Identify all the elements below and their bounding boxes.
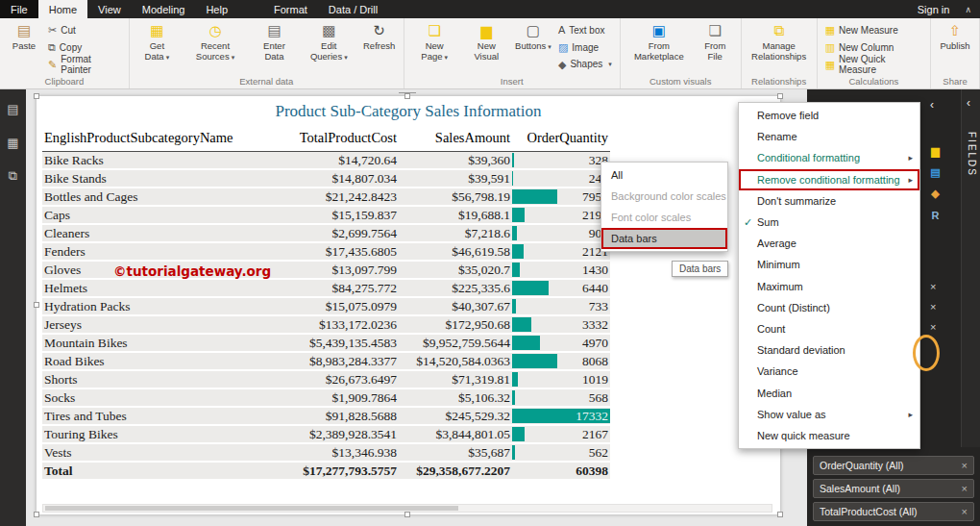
format-painter-button[interactable]: ✎Format Painter [45, 57, 124, 71]
table-row: Shorts$26,673.6497$71,319.811019 [42, 370, 610, 388]
menu-item-background-color-scales[interactable]: Background color scales [601, 186, 727, 207]
remove-field-icon[interactable]: × [930, 321, 936, 333]
tab-home[interactable]: Home [38, 0, 87, 18]
cut-icon: ✂ [48, 24, 57, 36]
get-data-button[interactable]: ▦Get Data▾ [135, 19, 180, 75]
from-file-button[interactable]: ❏From File [695, 19, 736, 75]
cut-button[interactable]: ✂Cut [45, 23, 124, 38]
viz-table-icon[interactable]: ▤ [928, 165, 943, 180]
menu-item-average[interactable]: Average [739, 233, 919, 254]
remove-filter-icon[interactable]: × [962, 506, 968, 517]
button-label: From Marketplace [628, 41, 690, 62]
edit-queries-button[interactable]: ▩Edit Queries▾ [300, 19, 358, 75]
from-marketplace-button[interactable]: ▣From Marketplace [625, 19, 693, 75]
format-painter-icon: ✎ [48, 59, 57, 70]
selection-handle[interactable] [777, 512, 783, 517]
publish-button[interactable]: ⇧Publish [936, 19, 974, 75]
cell-sales-amount: $5,106.32 [399, 388, 512, 407]
remove-filter-icon[interactable]: × [962, 460, 968, 471]
menu-item-count-distinct[interactable]: Count (Distinct) [739, 297, 919, 318]
collapse-pane-icon[interactable]: ‹ [930, 98, 934, 112]
tab-data-drill[interactable]: Data / Drill [318, 0, 388, 18]
cell-sales-amount: $3,844,801.05 [399, 425, 512, 443]
powerbi-desktop-window: FileHomeViewModelingHelpFormatData / Dri… [0, 0, 980, 526]
selection-handle[interactable] [34, 93, 39, 99]
model-view-button[interactable]: ⧉ [5, 167, 22, 185]
paste-icon: ▤ [17, 22, 31, 39]
filter-pill-totalproductcost-all[interactable]: TotalProductCost (All)× [813, 502, 974, 521]
buttons-button[interactable]: ▢Buttons▾ [513, 19, 553, 75]
filter-pill-orderquantity-all[interactable]: OrderQuantity (All)× [813, 456, 974, 475]
menu-item-remove-conditional-formatting[interactable]: Remove conditional formatting▸ [739, 169, 919, 190]
field-context-menu: Remove fieldRenameConditional formatting… [738, 102, 920, 449]
menu-item-rename[interactable]: Rename [739, 126, 919, 147]
menu-item-all[interactable]: All [601, 164, 727, 186]
menu-item-data-bars[interactable]: Data bars [601, 228, 727, 249]
button-label: New Measure [839, 25, 898, 36]
menu-item-variance[interactable]: Variance [739, 361, 919, 382]
viz-chart-icon[interactable]: ▆ [928, 144, 943, 159]
selection-handle[interactable] [777, 93, 783, 99]
menu-item-minimum[interactable]: Minimum [739, 254, 919, 275]
text-box-button[interactable]: AText box [555, 23, 615, 38]
data-view-button[interactable]: ▦ [5, 134, 22, 151]
new-column-button[interactable]: ▥New Column [822, 40, 925, 55]
manage-relationships-button[interactable]: ⧉Manage Relationships [747, 19, 812, 75]
tab-modeling[interactable]: Modeling [132, 0, 196, 18]
image-button[interactable]: ▨Image [555, 40, 615, 55]
menu-item-don-t-summarize[interactable]: Don't summarize [739, 190, 919, 212]
cell-order-quantity: 2167 [512, 425, 610, 443]
table-visual[interactable]: EnglishProductSubcategoryNameTotalProduc… [42, 128, 610, 481]
column-header-totalproductcost[interactable]: TotalProductCost [276, 128, 399, 152]
enter-data-icon: ▤ [267, 22, 281, 39]
report-view-button[interactable]: ▤ [5, 100, 22, 117]
cell-total-product-cost: $91,828.5688 [276, 407, 399, 425]
fields-pane-header[interactable]: ‹ FIELDS [961, 89, 980, 447]
column-header-orderquantity[interactable]: OrderQuantity [512, 128, 610, 152]
menu-item-count[interactable]: Count [739, 318, 919, 339]
new-measure-button[interactable]: ▦New Measure [822, 23, 925, 38]
column-header-salesamount[interactable]: SalesAmount [399, 128, 512, 152]
paste-button[interactable]: ▤Paste [5, 19, 43, 75]
selection-handle[interactable] [404, 93, 410, 99]
tab-file[interactable]: File [0, 0, 38, 18]
menu-item-sum[interactable]: ✓Sum [739, 212, 919, 233]
menu-item-remove-field[interactable]: Remove field [739, 105, 919, 126]
selection-handle[interactable] [34, 302, 39, 308]
menu-item-show-value-as[interactable]: Show value as▸ [739, 404, 919, 425]
scrollbar-thumb[interactable] [45, 506, 458, 511]
viz-r-script-icon[interactable]: R [928, 208, 943, 222]
menu-item-font-color-scales[interactable]: Font color scales [601, 207, 727, 228]
selection-handle[interactable] [34, 512, 39, 517]
filter-pill-salesamount-all[interactable]: SalesAmount (All)× [813, 479, 974, 498]
shapes-button[interactable]: ◆Shapes▾ [555, 57, 615, 71]
tab-format[interactable]: Format [263, 0, 318, 18]
selection-handle[interactable] [404, 512, 410, 517]
menu-item-median[interactable]: Median [739, 382, 919, 403]
model-view-icon: ⧉ [9, 168, 17, 184]
highlight-ellipse [913, 335, 940, 371]
new-page-button[interactable]: ❏New Page▾ [409, 19, 460, 75]
collapse-fields-icon[interactable]: ‹ [967, 96, 970, 110]
menu-item-maximum[interactable]: Maximum [739, 276, 919, 297]
menu-item-conditional-formatting[interactable]: Conditional formatting▸ [739, 147, 919, 168]
new-visual-button[interactable]: ▆New Visual [462, 19, 511, 75]
remove-filter-icon[interactable]: × [962, 483, 968, 494]
viz-shape-icon[interactable]: ◆ [928, 187, 943, 201]
ribbon-collapse-icon[interactable]: ∧ [965, 5, 971, 14]
tab-help[interactable]: Help [195, 0, 238, 18]
checkmark-icon: ✓ [744, 216, 757, 229]
menu-item-standard-deviation[interactable]: Standard deviation [739, 339, 919, 361]
recent-sources-button[interactable]: ◷Recent Sources▾ [182, 19, 249, 75]
refresh-button[interactable]: ↻Refresh [360, 19, 399, 75]
cell-sales-amount: $19,688.1 [399, 206, 512, 224]
menu-item-new-quick-measure[interactable]: New quick measure [739, 425, 919, 446]
remove-field-icon[interactable]: × [930, 301, 936, 313]
remove-field-icon[interactable]: × [930, 281, 936, 292]
new-quick-measure-button[interactable]: ▦New Quick Measure [822, 57, 925, 71]
column-header-englishproductsubcategoryname[interactable]: EnglishProductSubcategoryName [42, 128, 276, 152]
copy-button[interactable]: ⧉Copy [45, 40, 124, 55]
sign-in-link[interactable]: Sign in [918, 4, 950, 15]
tab-view[interactable]: View [87, 0, 132, 18]
enter-data-button[interactable]: ▤Enter Data [251, 19, 298, 75]
